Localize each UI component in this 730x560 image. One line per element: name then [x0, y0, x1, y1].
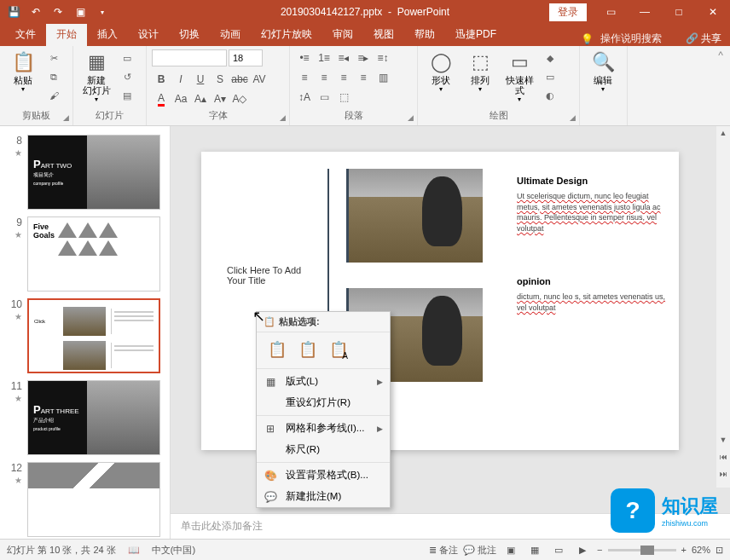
tab-slideshow[interactable]: 幻灯片放映 — [251, 24, 322, 46]
tab-insert[interactable]: 插入 — [87, 24, 128, 46]
tab-help[interactable]: 帮助 — [404, 24, 445, 46]
tab-xunjie-pdf[interactable]: 迅捷PDF — [445, 24, 507, 46]
change-case-button[interactable]: Aa — [171, 90, 190, 107]
next-slide-icon[interactable]: ⏭ — [716, 467, 730, 481]
italic-button[interactable]: I — [171, 71, 190, 88]
thumbnail-8[interactable]: 8★ PART TWO项目简介company profile — [0, 131, 170, 213]
strikethrough-button[interactable]: abc — [230, 71, 249, 88]
close-icon[interactable]: ✕ — [696, 0, 730, 24]
scroll-up-icon[interactable]: ▲ — [716, 126, 730, 140]
tab-animations[interactable]: 动画 — [210, 24, 251, 46]
bullets-button[interactable]: •≡ — [295, 49, 314, 66]
numbering-button[interactable]: 1≡ — [315, 49, 333, 66]
tab-view[interactable]: 视图 — [363, 24, 404, 46]
zoom-in-icon[interactable]: + — [681, 545, 687, 555]
tab-transitions[interactable]: 切换 — [169, 24, 210, 46]
minimize-icon[interactable]: — — [628, 0, 662, 24]
thumbnail-12[interactable]: 12★ — [0, 459, 170, 539]
scroll-down-icon[interactable]: ▼ — [716, 433, 730, 447]
share-button[interactable]: 🔗 共享 — [686, 32, 721, 46]
drawing-launcher-icon[interactable]: ◢ — [570, 113, 576, 122]
paste-use-destination-theme-icon[interactable]: 📋 — [265, 338, 289, 361]
language-status[interactable]: 中文(中国) — [152, 544, 195, 557]
slide-count[interactable]: 幻灯片 第 10 张，共 24 张 — [7, 544, 116, 557]
tab-file[interactable]: 文件 — [5, 24, 46, 46]
grow-font-button[interactable]: A▴ — [191, 90, 210, 107]
tellme-lightbulb-icon[interactable]: 💡 — [581, 33, 594, 45]
zoom-level[interactable]: 62% — [692, 545, 710, 555]
fit-to-window-icon[interactable]: ⊡ — [716, 545, 723, 556]
line-spacing-button[interactable]: ≡↕ — [374, 49, 392, 66]
shape-outline-button[interactable]: ▭ — [541, 68, 559, 85]
layout-icon[interactable]: ▭ — [118, 49, 136, 66]
align-left-button[interactable]: ≡ — [295, 69, 314, 86]
font-color-button[interactable]: A — [152, 90, 171, 107]
underline-button[interactable]: U — [191, 71, 210, 88]
collapse-ribbon-icon[interactable]: ^ — [711, 46, 730, 125]
font-name-input[interactable] — [152, 49, 227, 66]
shape-fill-button[interactable]: ◆ — [541, 49, 559, 66]
comments-toggle[interactable]: 💬 批注 — [463, 544, 496, 557]
shapes-button[interactable]: ◯形状▾ — [423, 49, 459, 95]
undo-icon[interactable]: ↶ — [26, 3, 46, 21]
shadow-button[interactable]: S — [211, 71, 229, 88]
align-text-button[interactable]: ▭ — [315, 89, 333, 106]
paste-keep-source-format-icon[interactable]: 📋 — [296, 338, 320, 361]
editing-button[interactable]: 🔍编辑▾ — [585, 49, 621, 95]
clipboard-launcher-icon[interactable]: ◢ — [63, 113, 69, 122]
indent-left-button[interactable]: ≡◂ — [334, 49, 353, 66]
zoom-slider[interactable] — [608, 549, 676, 551]
text-direction-button[interactable]: ↕A — [295, 89, 314, 106]
paragraph-launcher-icon[interactable]: ◢ — [408, 113, 414, 122]
quick-styles-button[interactable]: ▭快速样式▾ — [501, 49, 537, 105]
maximize-icon[interactable]: □ — [662, 0, 696, 24]
thumbnail-11[interactable]: 11★ PART THREE产品介绍product profile — [0, 377, 170, 459]
font-size-input[interactable] — [229, 49, 263, 66]
clear-format-button[interactable]: A◇ — [230, 90, 249, 107]
login-button[interactable]: 登录 — [549, 3, 587, 21]
char-spacing-button[interactable]: AV — [250, 71, 269, 88]
save-icon[interactable]: 💾 — [3, 3, 24, 21]
menu-format-background[interactable]: 🎨设置背景格式(B)... — [257, 465, 390, 486]
prev-slide-icon[interactable]: ⏮ — [716, 450, 730, 464]
slide-paragraph-1[interactable]: Ut scelerisque dictum, nunc leo feugiat … — [517, 191, 670, 234]
slide-image-1[interactable] — [346, 169, 483, 263]
sorter-view-icon[interactable]: ▦ — [525, 542, 544, 557]
menu-grid-guides[interactable]: ⊞网格和参考线(I)...▶ — [257, 418, 390, 439]
menu-new-comment[interactable]: 💬新建批注(M) — [257, 486, 390, 507]
tab-design[interactable]: 设计 — [128, 24, 169, 46]
menu-reset-slide[interactable]: 重设幻灯片(R) — [257, 392, 390, 413]
thumbnail-10[interactable]: 10★ Click — [0, 295, 170, 377]
redo-icon[interactable]: ↷ — [48, 3, 68, 21]
cut-icon[interactable]: ✂ — [44, 49, 63, 66]
zoom-out-icon[interactable]: − — [597, 545, 602, 555]
vertical-scrollbar[interactable]: ▲ ▼ ⏮ ⏭ — [716, 126, 730, 488]
indent-right-button[interactable]: ≡▸ — [354, 49, 373, 66]
slide-paragraph-2[interactable]: dictum, nunc leo s, sit ametes venenatis… — [517, 292, 670, 313]
align-right-button[interactable]: ≡ — [334, 69, 353, 86]
bold-button[interactable]: B — [152, 71, 171, 88]
smartart-button[interactable]: ⬚ — [334, 89, 353, 106]
tab-home[interactable]: 开始 — [46, 24, 87, 46]
shrink-font-button[interactable]: A▾ — [211, 90, 229, 107]
tellme-input[interactable]: 操作说明搜索 — [600, 32, 662, 46]
menu-ruler[interactable]: 标尺(R) — [257, 439, 390, 460]
font-launcher-icon[interactable]: ◢ — [280, 113, 286, 122]
menu-layout[interactable]: ▦版式(L)▶ — [257, 371, 390, 392]
slide-heading-1[interactable]: Ultimate Design — [517, 176, 670, 186]
spellcheck-icon[interactable]: 📖 — [128, 545, 140, 556]
reset-icon[interactable]: ↺ — [118, 68, 136, 85]
shape-effects-button[interactable]: ◐ — [541, 87, 559, 104]
ribbon-options-icon[interactable]: ▭ — [594, 0, 628, 24]
normal-view-icon[interactable]: ▣ — [501, 542, 520, 557]
tab-review[interactable]: 审阅 — [322, 24, 363, 46]
new-slide-button[interactable]: ▦ 新建 幻灯片 ▾ — [78, 49, 114, 105]
justify-button[interactable]: ≡ — [354, 69, 373, 86]
section-icon[interactable]: ▤ — [118, 87, 136, 104]
start-from-beginning-icon[interactable]: ▣ — [70, 3, 90, 21]
format-painter-icon[interactable]: 🖌 — [44, 87, 63, 104]
reading-view-icon[interactable]: ▭ — [549, 542, 568, 557]
copy-icon[interactable]: ⧉ — [44, 68, 63, 85]
notes-toggle[interactable]: ≣ 备注 — [429, 544, 458, 557]
slideshow-view-icon[interactable]: ▶ — [573, 542, 592, 557]
